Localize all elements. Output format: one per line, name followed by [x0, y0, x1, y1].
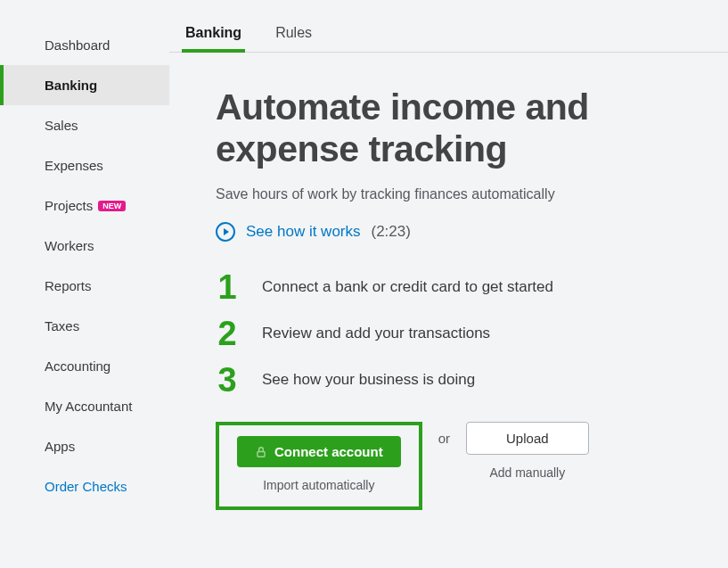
sidebar-item-label: Sales — [45, 118, 78, 133]
sidebar-item-banking[interactable]: Banking — [0, 65, 169, 105]
main: Banking Rules Automate income and expens… — [169, 0, 728, 568]
actions-row: Connect account Import automatically or … — [216, 422, 712, 510]
sidebar-item-label: Projects — [45, 198, 93, 213]
connect-highlight: Connect account Import automatically — [216, 422, 422, 510]
step-number: 1 — [216, 270, 239, 304]
sidebar-item-projects[interactable]: Projects NEW — [0, 185, 169, 226]
step-1: 1 Connect a bank or credit card to get s… — [216, 270, 712, 304]
page-subhead: Save hours of work by tracking finances … — [216, 186, 712, 202]
upload-button[interactable]: Upload — [466, 422, 589, 455]
sidebar-item-label: Expenses — [45, 158, 103, 173]
sidebar-item-reports[interactable]: Reports — [0, 266, 169, 306]
content: Automate income and expense tracking Sav… — [169, 53, 728, 510]
step-2: 2 Review and add your transactions — [216, 317, 712, 350]
step-3: 3 See how your business is doing — [216, 363, 712, 397]
sidebar-item-order-checks[interactable]: Order Checks — [0, 466, 169, 506]
upload-block: Upload Add manually — [466, 422, 589, 480]
connect-account-button[interactable]: Connect account — [237, 436, 401, 467]
sidebar-item-accounting[interactable]: Accounting — [0, 346, 169, 386]
tab-banking[interactable]: Banking — [185, 25, 241, 52]
sidebar-item-label: Reports — [45, 278, 92, 293]
tab-rules[interactable]: Rules — [275, 25, 312, 52]
video-duration: (2:23) — [372, 223, 411, 241]
video-row[interactable]: See how it works (2:23) — [216, 222, 712, 242]
sidebar-item-label: Order Checks — [45, 479, 127, 494]
sidebar: Dashboard Banking Sales Expenses Project… — [0, 0, 169, 568]
step-text: Connect a bank or credit card to get sta… — [262, 278, 553, 296]
new-badge: NEW — [98, 201, 126, 211]
sidebar-item-label: My Accountant — [45, 399, 132, 414]
button-label: Connect account — [274, 444, 383, 459]
step-text: See how your business is doing — [262, 371, 475, 389]
sidebar-item-label: Apps — [45, 439, 75, 454]
svg-rect-0 — [258, 451, 265, 457]
step-text: Review and add your transactions — [262, 325, 490, 342]
button-label: Upload — [506, 431, 549, 446]
lock-icon — [255, 446, 267, 458]
tab-label: Rules — [275, 25, 312, 40]
sidebar-item-label: Accounting — [45, 358, 110, 374]
sidebar-item-dashboard[interactable]: Dashboard — [0, 25, 169, 65]
sidebar-item-taxes[interactable]: Taxes — [0, 306, 169, 346]
sidebar-item-my-accountant[interactable]: My Accountant — [0, 386, 169, 426]
sidebar-item-label: Workers — [45, 238, 94, 253]
sidebar-item-label: Banking — [45, 78, 97, 93]
step-number: 2 — [216, 317, 239, 350]
step-number: 3 — [216, 363, 239, 397]
video-link: See how it works — [246, 223, 361, 241]
play-icon — [216, 222, 235, 242]
sidebar-item-label: Taxes — [45, 318, 79, 333]
tab-label: Banking — [185, 25, 241, 40]
connect-subtext: Import automatically — [263, 478, 374, 492]
page-headline: Automate income and expense tracking — [216, 86, 712, 170]
upload-subtext: Add manually — [489, 465, 565, 480]
sidebar-item-expenses[interactable]: Expenses — [0, 145, 169, 185]
tabs: Banking Rules — [169, 25, 728, 53]
steps-list: 1 Connect a bank or credit card to get s… — [216, 270, 712, 397]
sidebar-item-workers[interactable]: Workers — [0, 226, 169, 266]
sidebar-item-apps[interactable]: Apps — [0, 426, 169, 466]
sidebar-item-sales[interactable]: Sales — [0, 105, 169, 145]
sidebar-item-label: Dashboard — [45, 37, 110, 53]
or-text: or — [438, 422, 450, 446]
